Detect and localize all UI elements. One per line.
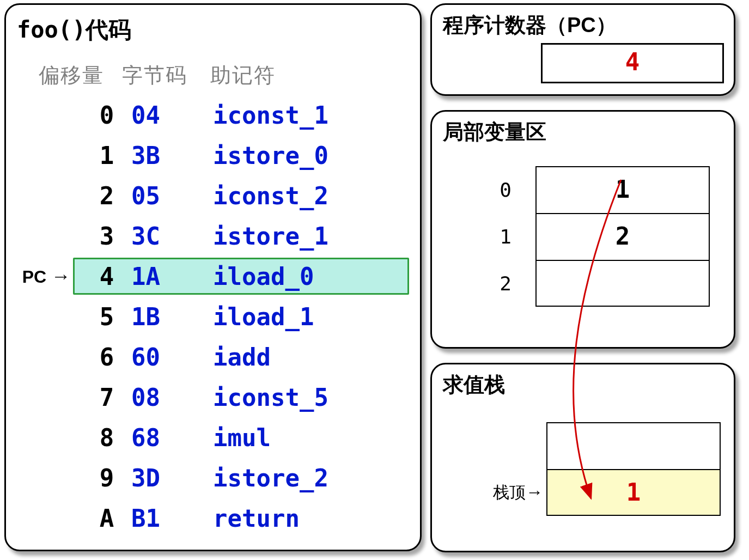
locals-value: 2 [535, 213, 710, 260]
code-cells: 708iconst_5 [73, 379, 409, 416]
code-offset: 0 [82, 101, 131, 129]
code-row: 660iadd [20, 337, 409, 377]
pc-label: PC [22, 267, 46, 287]
locals-index: 1 [476, 226, 535, 248]
header-offset: 偏移量 [39, 62, 115, 89]
stack-row: 栈顶→1 [465, 469, 721, 516]
code-byte: 3C [131, 222, 213, 250]
pc-panel-title: 程序计数器（PC） [443, 11, 723, 39]
locals-index: 2 [476, 272, 535, 295]
code-title-suffix: 代码 [86, 17, 131, 42]
code-offset: 5 [82, 303, 131, 331]
code-offset: 1 [82, 142, 131, 169]
code-cells: 004iconst_1 [73, 96, 409, 133]
locals-panel: 局部变量区 01122 [430, 110, 735, 349]
code-row: 33Cistore_1 [20, 216, 409, 256]
stack-label: 栈顶→ [465, 482, 546, 504]
stack-value [546, 422, 721, 469]
header-bytecode: 字节码 [122, 62, 204, 89]
code-cells: 205iconst_2 [73, 177, 409, 214]
code-byte: 08 [131, 384, 213, 411]
code-row: 708iconst_5 [20, 377, 409, 417]
code-row: 13Bistore_0 [20, 135, 409, 175]
code-cells: 33Cistore_1 [73, 217, 409, 254]
code-offset: 7 [82, 384, 131, 411]
code-func-name: foo() [17, 16, 86, 43]
code-column-headers: 偏移量 字节码 助记符 [17, 62, 409, 89]
stack-panel-title: 求值栈 [443, 371, 723, 399]
code-offset: 3 [82, 222, 131, 250]
code-cells: 660iadd [73, 338, 409, 375]
code-byte: 3D [131, 464, 213, 492]
code-mnemonic: iload_1 [213, 303, 314, 331]
pc-pointer: PC → [20, 265, 73, 288]
code-mnemonic: istore_0 [213, 142, 328, 169]
code-row: 205iconst_2 [20, 175, 409, 216]
code-row: 93Distore_2 [20, 458, 409, 498]
code-mnemonic: iconst_2 [213, 182, 328, 210]
arrow-right-icon: → [51, 265, 71, 287]
code-offset: 8 [82, 424, 131, 452]
pc-value: 4 [541, 43, 724, 83]
code-offset: 6 [82, 343, 131, 371]
code-mnemonic: iadd [213, 343, 271, 371]
code-row: 868imul [20, 417, 409, 458]
locals-panel-title: 局部变量区 [443, 118, 723, 146]
stack-value: 1 [546, 469, 721, 516]
code-mnemonic: istore_1 [213, 222, 328, 250]
code-byte: 04 [131, 101, 213, 129]
stack-top-text: 栈顶 [493, 483, 526, 501]
code-cells: 93Distore_2 [73, 459, 409, 496]
stack-panel: 求值栈 栈顶→1 [430, 363, 735, 552]
code-offset: 2 [82, 182, 131, 210]
code-offset: 4 [82, 263, 131, 290]
code-byte: 60 [131, 343, 213, 371]
locals-table: 01122 [476, 166, 710, 307]
code-cells: 51Biload_1 [73, 298, 409, 335]
code-byte: 68 [131, 424, 213, 452]
code-mnemonic: iconst_5 [213, 384, 328, 411]
locals-index: 0 [476, 179, 535, 201]
code-panel-title: foo()代码 [17, 15, 409, 45]
code-cells: 13Bistore_0 [73, 137, 409, 174]
code-mnemonic: istore_2 [213, 464, 328, 492]
locals-row: 2 [476, 260, 710, 307]
code-mnemonic: iload_0 [213, 263, 314, 290]
code-byte: 1B [131, 303, 213, 331]
locals-row: 12 [476, 213, 710, 260]
locals-value: 1 [535, 166, 710, 213]
code-panel: foo()代码 偏移量 字节码 助记符 004iconst_113Bistore… [4, 3, 422, 551]
stack-row [465, 422, 721, 469]
code-cells: AB1return [73, 500, 409, 537]
code-offset: 9 [82, 464, 131, 492]
locals-row: 01 [476, 166, 710, 213]
arrow-right-icon: → [526, 482, 543, 502]
code-byte: B1 [131, 504, 213, 532]
code-row: AB1return [20, 498, 409, 538]
code-byte: 05 [131, 182, 213, 210]
stack-table: 栈顶→1 [465, 422, 721, 516]
code-mnemonic: iconst_1 [213, 101, 328, 129]
code-mnemonic: return [213, 504, 300, 532]
header-mnemonic: 助记符 [210, 62, 276, 89]
code-row: 004iconst_1 [20, 95, 409, 135]
code-row: PC →41Aiload_0 [20, 256, 409, 296]
code-mnemonic: imul [213, 424, 271, 452]
code-byte: 1A [131, 263, 213, 290]
pc-panel: 程序计数器（PC） 4 [430, 3, 735, 96]
code-offset: A [82, 504, 131, 532]
locals-value [535, 260, 710, 307]
code-row: 51Biload_1 [20, 296, 409, 337]
code-byte: 3B [131, 142, 213, 169]
code-cells: 868imul [73, 419, 409, 456]
code-cells: 41Aiload_0 [73, 258, 409, 295]
code-rows: 004iconst_113Bistore_0205iconst_233Cisto… [17, 95, 409, 538]
